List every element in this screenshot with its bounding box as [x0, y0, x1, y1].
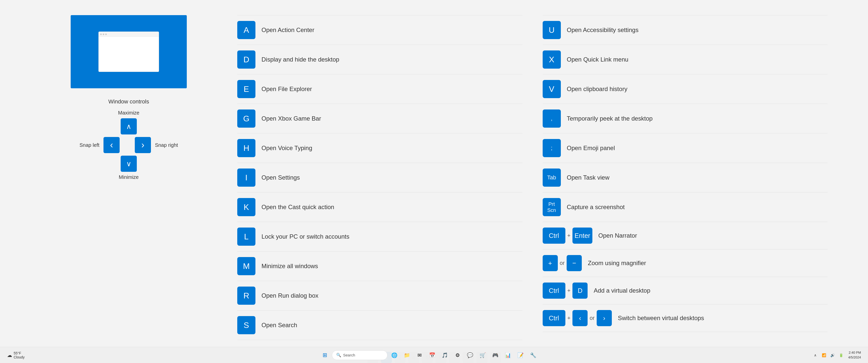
taskbar-icon-6[interactable]: ⚙	[452, 350, 463, 361]
search-label: Search	[343, 353, 355, 357]
desc-M: Minimize all windows	[261, 263, 318, 270]
shortcut-row-tab: Tab Open Task view	[542, 163, 828, 193]
key-comma: ,	[542, 109, 561, 128]
shortcut-row-L: L Lock your PC or switch accounts	[237, 222, 523, 252]
snap-right-button[interactable]	[135, 137, 151, 153]
taskbar-clock[interactable]: 2:40 PM 4/5/2024	[846, 351, 863, 360]
key-R: R	[237, 287, 255, 305]
tray-icon-1[interactable]: ∧	[811, 351, 819, 359]
controls-layout: Maximize Snap left	[80, 110, 178, 180]
plus-3: +	[567, 315, 571, 321]
key-E: E	[237, 80, 255, 98]
desc-magnifier: Zoom using magnifier	[588, 260, 646, 267]
shortcut-row-comma: , Temporarily peek at the desktop	[542, 104, 828, 133]
window-mockup	[98, 32, 159, 72]
desc-prtscn: Capture a screenshot	[567, 204, 625, 211]
key-prtscn: PrtScn	[542, 198, 561, 216]
shortcut-row-switch-desktop: Ctrl + ‹ or › Switch between virtual des…	[542, 304, 828, 332]
shortcut-row-magnifier: + or − Zoom using magnifier	[542, 250, 828, 277]
taskbar-icon-4[interactable]: 📅	[427, 350, 438, 361]
shortcut-row-A: A Open Action Center	[237, 15, 523, 45]
windows-logo-icon: ⊞	[322, 352, 327, 359]
search-icon: 🔍	[336, 353, 341, 358]
snap-left-button[interactable]	[103, 137, 120, 153]
shortcut-row-prtscn: PrtScn Capture a screenshot	[542, 193, 828, 222]
maximize-button[interactable]	[121, 118, 137, 134]
taskbar-icon-9[interactable]: 🎮	[490, 350, 501, 361]
shortcuts-right-column: U Open Accessibility settings X Open Qui…	[542, 15, 828, 337]
weather-info: 55°F Cloudy	[13, 351, 25, 359]
desktop-preview	[71, 15, 187, 88]
shortcuts-panel: A Open Action Center D Display and hide …	[237, 15, 828, 337]
taskbar-icon-3[interactable]: ✉	[414, 350, 425, 361]
window-body	[99, 37, 159, 72]
plus-2: +	[567, 287, 571, 294]
taskbar-icon-12[interactable]: 🔧	[528, 350, 539, 361]
taskbar-center: ⊞ 🔍 Search 🌐 📁 ✉ 📅 🎵 ⚙ 💬 🛒 🎮 📊 📝 🔧	[66, 350, 792, 361]
desc-X: Open Quick Link menu	[567, 56, 628, 63]
snap-controls-row: Snap left Snap right	[80, 137, 178, 153]
desc-A: Open Action Center	[261, 27, 314, 34]
combo-ctrl-enter: Ctrl + Enter	[542, 228, 592, 244]
combo-vdesktop: Ctrl + D	[542, 283, 588, 299]
key-d: D	[572, 283, 588, 299]
key-I: I	[237, 168, 255, 187]
or-1: or	[560, 260, 565, 266]
desc-S: Open Search	[261, 322, 297, 329]
minimize-button[interactable]	[121, 156, 137, 172]
shortcut-row-E: E Open File Explorer	[237, 74, 523, 104]
taskbar-left: ☁ 55°F Cloudy	[5, 350, 66, 360]
network-icon[interactable]: 📶	[820, 351, 828, 359]
key-ctrl-2: Ctrl	[542, 283, 565, 299]
desc-H: Open Voice Typing	[261, 144, 312, 152]
desc-vdesktop: Add a virtual desktop	[594, 287, 650, 294]
key-L: L	[237, 228, 255, 246]
snap-left-label: Snap left	[80, 142, 99, 148]
shortcut-row-M: M Minimize all windows	[237, 252, 523, 281]
weather-temp: 55°F	[13, 351, 25, 355]
snap-right-label: Snap right	[155, 142, 178, 148]
key-enter: Enter	[572, 228, 592, 244]
shortcut-row-R: R Open Run dialog box	[237, 281, 523, 310]
shortcut-row-I: I Open Settings	[237, 163, 523, 193]
taskbar-icon-2[interactable]: 📁	[402, 350, 413, 361]
taskbar-icon-10[interactable]: 📊	[502, 350, 514, 361]
taskbar-icon-8[interactable]: 🛒	[477, 350, 488, 361]
key-ctrl-1: Ctrl	[542, 228, 565, 244]
desc-switch-desktop: Switch between virtual desktops	[618, 315, 704, 322]
desc-E: Open File Explorer	[261, 86, 312, 93]
desc-L: Lock your PC or switch accounts	[261, 233, 349, 240]
key-arr-left: ‹	[572, 310, 588, 326]
desc-tab: Open Task view	[567, 174, 610, 181]
taskbar-icon-5[interactable]: 🎵	[439, 350, 451, 361]
taskbar-icon-11[interactable]: 📝	[515, 350, 526, 361]
battery-icon[interactable]: 🔋	[837, 351, 845, 359]
taskbar-weather[interactable]: ☁ 55°F Cloudy	[5, 350, 27, 360]
desc-K: Open the Cast quick action	[261, 204, 334, 211]
chevron-right-icon	[141, 140, 144, 150]
key-arr-right: ›	[597, 310, 612, 326]
plus-1: +	[567, 232, 571, 239]
shortcuts-left-column: A Open Action Center D Display and hide …	[237, 15, 523, 337]
key-minus: −	[567, 255, 582, 271]
taskbar-icon-1[interactable]: 🌐	[389, 350, 400, 361]
combo-switch-desktop: Ctrl + ‹ or ›	[542, 310, 612, 326]
taskbar-search-bar[interactable]: 🔍 Search	[332, 351, 388, 360]
snap-left-group: Snap left	[80, 137, 120, 153]
desc-G: Open Xbox Game Bar	[261, 115, 321, 122]
key-V: V	[542, 80, 561, 98]
windows-start-button[interactable]: ⊞	[319, 350, 331, 361]
desc-V: Open clipboard history	[567, 86, 627, 93]
key-D: D	[237, 51, 255, 69]
key-M: M	[237, 257, 255, 275]
clock-time: 2:40 PM	[849, 351, 861, 355]
snap-right-group: Snap right	[135, 137, 178, 153]
minimize-label: Minimize	[119, 174, 139, 180]
combo-magnifier: + or −	[542, 255, 582, 271]
volume-icon[interactable]: 🔊	[828, 351, 836, 359]
clock-date: 4/5/2024	[848, 355, 861, 360]
taskbar: ☁ 55°F Cloudy ⊞ 🔍 Search 🌐 📁 ✉ 📅 🎵 ⚙ 💬 🛒…	[0, 347, 868, 363]
key-H: H	[237, 139, 255, 157]
shortcut-row-V: V Open clipboard history	[542, 74, 828, 104]
taskbar-icon-7[interactable]: 💬	[465, 350, 476, 361]
